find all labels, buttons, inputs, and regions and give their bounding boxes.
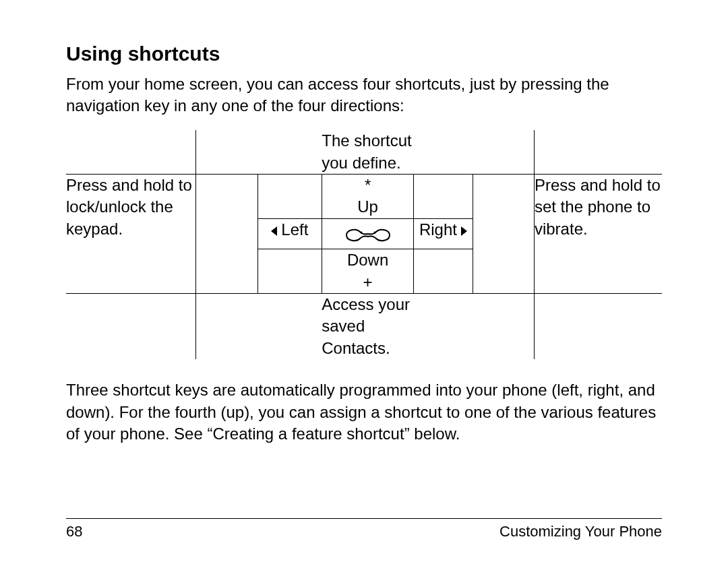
section-heading: Using shortcuts — [66, 40, 662, 68]
svg-point-1 — [373, 231, 375, 233]
right-hold-description: Press and hold to set the phone to vibra… — [535, 176, 661, 238]
asterisk-symbol: * — [322, 175, 414, 196]
diagram-bottom-caption: Access your saved Contacts. — [322, 295, 410, 357]
up-label: Up — [322, 196, 414, 218]
plus-symbol: + — [322, 272, 414, 293]
navigation-key-icon — [344, 226, 392, 244]
intro-paragraph: From your home screen, you can access fo… — [66, 73, 662, 117]
right-label: Right — [419, 220, 457, 239]
diagram-top-caption: The shortcut you define. — [322, 131, 411, 171]
footer-section-title: Customizing Your Phone — [499, 522, 662, 542]
page-number: 68 — [66, 522, 82, 542]
arrow-left-icon — [271, 226, 277, 236]
left-hold-description: Press and hold to lock/unlock the keypad… — [66, 176, 192, 238]
arrow-right-icon — [461, 226, 467, 236]
down-label: Down — [322, 249, 414, 271]
body-paragraph: Three shortcut keys are automatically pr… — [66, 379, 662, 445]
page-footer: 68 Customizing Your Phone — [66, 518, 662, 542]
left-label: Left — [281, 220, 308, 239]
shortcut-diagram: The shortcut you define. Press and hold … — [66, 130, 662, 359]
svg-point-0 — [360, 231, 362, 233]
